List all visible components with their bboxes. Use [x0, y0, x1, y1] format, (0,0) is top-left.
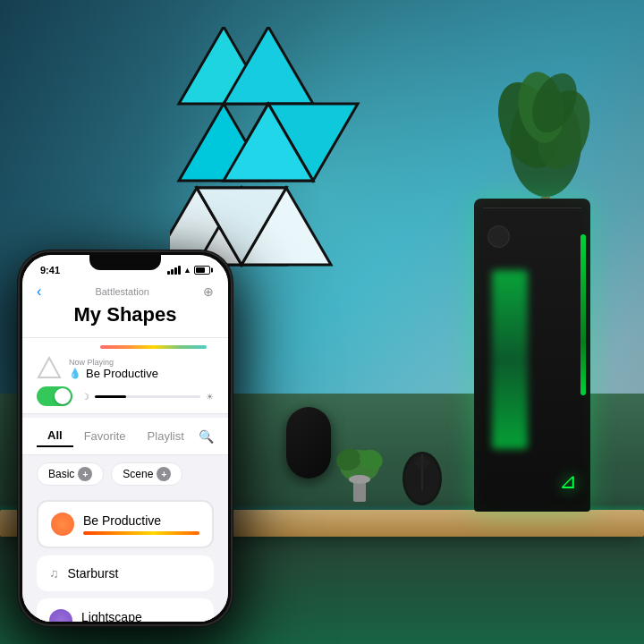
scene-color-bar-be-productive	[83, 531, 199, 535]
scene-item-lightscape-inner: Lightscape	[81, 610, 201, 622]
toggle-row: ☽ ☀	[37, 386, 214, 406]
nanoleaf-teal-triangles	[170, 27, 367, 277]
wifi-icon: ▲	[183, 266, 191, 275]
signal-bar-1	[167, 271, 170, 275]
now-playing-info: Now Playing 💧 Be Productive	[69, 358, 214, 380]
tab-playlist[interactable]: Playlist	[137, 426, 195, 446]
brightness-row: ☽ ☀	[81, 392, 214, 402]
scene-item-starburst[interactable]: ♫ Starburst	[37, 555, 214, 591]
phone: 9:41 ▲ ‹ Bat	[18, 250, 233, 626]
svg-point-32	[349, 475, 370, 484]
app-header: ‹ Battlestation ⊕ My Shapes	[22, 280, 228, 338]
tab-bar: All Favorite Playlist 🔍	[22, 418, 228, 455]
brightness-track[interactable]	[95, 395, 200, 398]
header-title: My Shapes	[37, 301, 214, 328]
pc-tower: ⊿	[474, 199, 590, 512]
now-playing-section: Now Playing 💧 Be Productive ☽	[22, 338, 228, 414]
scene-name-starburst: Starburst	[68, 566, 202, 580]
header-nav: ‹ Battlestation ⊕	[37, 284, 214, 300]
brightness-high-icon: ☀	[206, 392, 214, 402]
tab-search[interactable]: 🔍	[199, 429, 214, 444]
basic-plus-icon[interactable]: +	[78, 467, 92, 481]
brightness-fill	[95, 395, 126, 398]
brightness-slider-row	[37, 345, 214, 349]
svg-point-36	[415, 458, 429, 469]
signal-bar-4	[178, 266, 181, 275]
status-icons: ▲	[167, 266, 210, 275]
battery-icon	[194, 266, 210, 275]
phone-notch	[89, 252, 161, 270]
scene-plus-icon[interactable]: +	[157, 467, 171, 481]
battery-fill	[196, 267, 205, 273]
filter-chip-basic[interactable]: Basic +	[37, 462, 104, 486]
basic-label: Basic	[48, 468, 74, 480]
svg-marker-37	[38, 358, 60, 377]
signal-bars	[167, 266, 181, 275]
toggle-switch[interactable]	[37, 386, 72, 406]
brightness-low-icon: ☽	[81, 392, 89, 402]
scene-name-be-productive: Be Productive	[83, 513, 199, 528]
now-playing-label: Now Playing	[69, 358, 214, 367]
tab-favorite[interactable]: Favorite	[73, 426, 137, 446]
desk-speaker	[286, 407, 340, 496]
filter-row: Basic + Scene +	[22, 455, 228, 493]
toggle-knob	[55, 388, 71, 404]
shape-icon	[37, 356, 62, 381]
now-playing-name: Be Productive	[86, 367, 158, 380]
scene-name-lightscape: Lightscape	[81, 610, 201, 622]
signal-bar-2	[171, 269, 174, 275]
scene-item-be-productive[interactable]: Be Productive	[37, 500, 214, 548]
mouse	[398, 441, 447, 512]
tab-all[interactable]: All	[37, 425, 73, 447]
settings-icon[interactable]: ⊕	[203, 284, 214, 299]
status-time: 9:41	[40, 265, 60, 275]
scene-list: Be Productive ♫ Starburst Lightscape	[22, 493, 228, 622]
filter-chip-scene[interactable]: Scene +	[111, 462, 182, 486]
scene-label: Scene	[123, 468, 153, 480]
scene-dot-be-productive	[51, 513, 74, 536]
brightness-slider[interactable]	[100, 345, 207, 349]
scene-item-inner: Be Productive	[83, 513, 199, 535]
scene-dot-lightscape	[49, 609, 72, 622]
signal-bar-3	[174, 267, 177, 275]
now-playing-row: Now Playing 💧 Be Productive	[37, 356, 214, 381]
small-plant	[335, 435, 385, 510]
scene-item-lightscape[interactable]: Lightscape	[37, 598, 214, 622]
phone-screen: 9:41 ▲ ‹ Bat	[22, 255, 228, 622]
music-icon-starburst: ♫	[49, 566, 59, 580]
header-subtitle: Battlestation	[41, 286, 203, 297]
